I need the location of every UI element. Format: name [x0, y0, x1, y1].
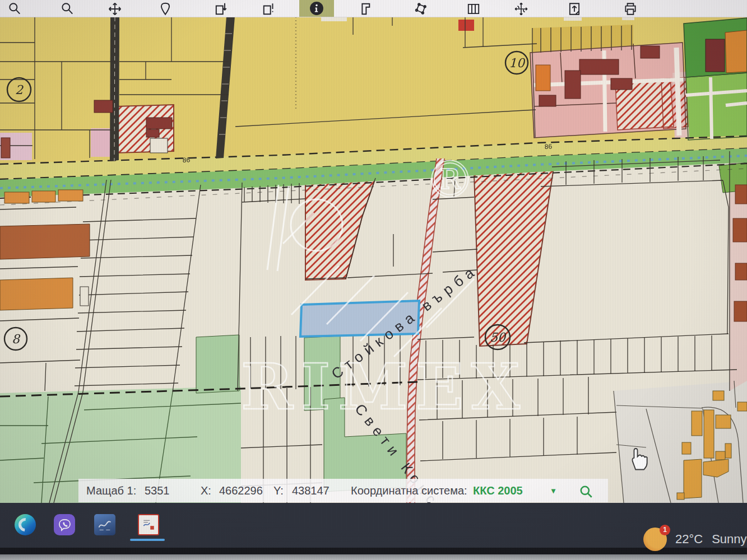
svg-text:10: 10 — [509, 56, 526, 70]
cadastral-map-canvas[interactable]: ® RIMEX Стойкова върба Свети Конс 86 86 … — [0, 17, 747, 503]
printer-icon[interactable] — [623, 1, 638, 16]
export-page-icon[interactable] — [567, 1, 582, 16]
measure-alert-icon[interactable] — [261, 1, 277, 16]
road-number-right: 86 — [544, 142, 552, 151]
scale-value: 5351 — [145, 479, 170, 502]
registered-symbol: ® — [425, 150, 475, 209]
corner-offset-icon[interactable] — [359, 1, 375, 16]
location-pin-icon[interactable] — [157, 1, 173, 16]
pan-icon[interactable] — [107, 1, 123, 16]
svg-text:50: 50 — [490, 330, 507, 344]
crs-dropdown-value[interactable]: ККС 2005 — [473, 479, 523, 502]
taskbar-cad-app-icon[interactable] — [138, 514, 159, 535]
taskbar-weather-widget[interactable]: 1 22°C Sunny — [643, 528, 747, 551]
map-status-bar: Мащаб 1: 5351 X: 4662296 Y: 438147 Коорд… — [78, 479, 608, 502]
laptop-edge — [0, 554, 747, 560]
map-legend-icon[interactable] — [466, 1, 481, 16]
identify-info-button[interactable] — [299, 0, 334, 17]
zoom-extent-icon[interactable] — [59, 1, 75, 16]
svg-text:2: 2 — [15, 83, 24, 97]
watermark-text: RIMEX — [241, 350, 528, 423]
weather-sun-icon: 1 — [643, 528, 667, 551]
zoom-tool-icon[interactable] — [7, 1, 22, 16]
screen-bezel — [0, 548, 747, 554]
scale-label: Мащаб 1: — [86, 479, 136, 502]
search-icon[interactable] — [579, 483, 593, 498]
taskbar-gis-app-icon[interactable] — [94, 514, 115, 535]
crs-dropdown-caret[interactable]: ▾ — [551, 479, 555, 502]
polygon-select-icon[interactable] — [412, 1, 428, 16]
measure-area-icon[interactable] — [214, 1, 229, 16]
x-coordinate-value: 4662296 — [219, 479, 263, 502]
crs-label: Координатна система: — [351, 479, 467, 502]
screen-photo: ® RIMEX Стойкова върба Свети Конс 86 86 … — [0, 0, 747, 560]
coordinate-grid-icon[interactable] — [513, 1, 529, 16]
weather-condition: Sunny — [712, 532, 746, 547]
taskbar-edge-icon[interactable] — [15, 514, 36, 535]
map-toolbar — [0, 0, 747, 17]
svg-text:8: 8 — [12, 332, 21, 346]
x-label: X: — [201, 479, 211, 502]
y-label: Y: — [273, 479, 284, 502]
active-app-indicator — [130, 539, 165, 541]
taskbar-viber-icon[interactable] — [54, 514, 75, 535]
road-number-left: 86 — [182, 156, 190, 164]
y-coordinate-value: 438147 — [292, 479, 330, 502]
weather-temperature: 22°C — [675, 532, 703, 547]
notification-badge: 1 — [660, 525, 670, 535]
windows-taskbar — [0, 503, 747, 548]
